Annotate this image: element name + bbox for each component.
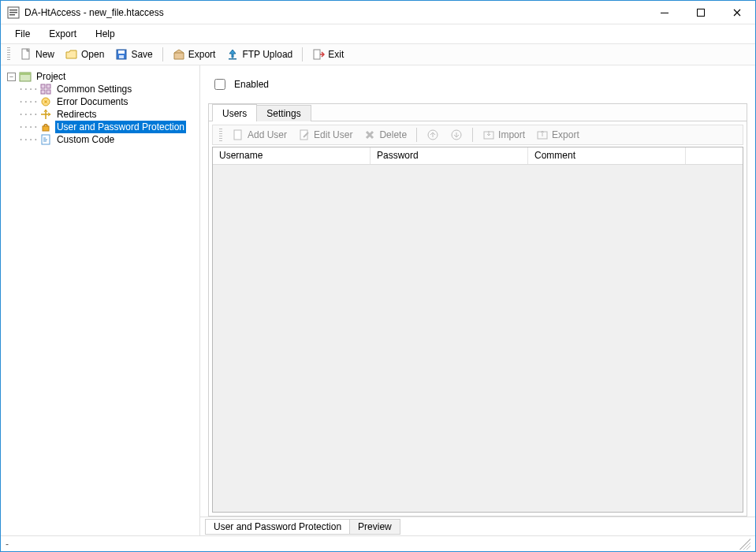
export-box-icon [173,48,185,61]
tree-item-error-documents[interactable]: ···· Error Documents [7,95,199,108]
svg-rect-2 [9,12,17,13]
toolbar-separator [302,47,303,62]
svg-rect-20 [43,126,49,131]
menu-file[interactable]: File [7,26,38,42]
export-button[interactable]: Export [168,47,221,62]
tree-item-common-settings[interactable]: ···· Common Settings [7,83,199,95]
ftp-upload-button[interactable]: FTP Upload [222,47,297,62]
save-label: Save [131,49,152,60]
tree-item-label: User and Password Protection [55,121,186,133]
tab-settings[interactable]: Settings [256,105,311,121]
tab-strip: Users Settings [209,104,747,121]
window-controls [646,1,755,24]
column-spacer [686,147,743,164]
exit-icon [312,48,325,61]
new-file-icon [20,48,32,61]
tree-item-label: Redirects [55,108,99,121]
open-label: Open [81,49,104,60]
save-icon [115,48,128,61]
tab-body: Add User Edit User Delete [209,121,747,516]
open-button[interactable]: Open [61,47,109,62]
import-button[interactable]: Import [478,127,530,143]
users-toolbar: Add User Edit User Delete [212,125,743,145]
export-label: Export [188,49,216,60]
app-icon [7,6,20,19]
move-up-button[interactable] [422,127,444,143]
resize-grip[interactable] [739,539,750,550]
column-comment[interactable]: Comment [528,147,686,164]
arrow-up-icon [426,129,439,141]
settings-grid-icon [39,83,52,95]
export-icon [536,129,549,141]
svg-rect-4 [661,13,668,13]
tree-root[interactable]: − Project [7,70,199,83]
toolbar-grip [7,47,10,62]
tree-item-label: Custom Code [55,133,116,146]
project-tree[interactable]: − Project ···· Common Settings ···· Erro… [1,65,200,535]
grid-body[interactable] [213,165,743,512]
redirect-icon [39,108,52,121]
status-text: - [6,539,9,550]
tab-preview[interactable]: Preview [349,519,400,535]
tab-users[interactable]: Users [212,104,257,121]
toolbar-grip [219,129,222,141]
svg-rect-1 [9,9,17,11]
enabled-checkbox-row[interactable]: Enabled [211,76,747,92]
tree-item-label: Error Documents [55,95,130,108]
tab-user-password-protection[interactable]: User and Password Protection [205,519,350,535]
svg-rect-16 [41,90,45,94]
menu-help[interactable]: Help [88,26,123,42]
tree-item-redirects[interactable]: ···· Redirects [7,108,199,121]
title-bar: DA-HtAccess - new_file.htaccess [1,1,755,24]
maximize-button[interactable] [683,1,719,24]
lock-icon [39,121,52,133]
export-users-button[interactable]: Export [531,127,584,143]
main-area: − Project ···· Common Settings ···· Erro… [1,65,755,535]
close-button[interactable] [719,1,755,24]
exit-button[interactable]: Exit [307,47,348,62]
users-settings-tabset: Users Settings Add User Edi [208,103,747,517]
upload-arrow-icon [226,48,239,61]
main-toolbar: New Open Save Export FTP Upload Exit [1,43,755,65]
delete-user-button[interactable]: Delete [359,127,412,143]
content-pane: Enabled Users Settings Add User [200,65,755,535]
move-down-button[interactable] [445,127,467,143]
tree-item-user-password-protection[interactable]: ···· User and Password Protection [7,121,199,133]
warning-icon [39,95,52,108]
svg-rect-14 [41,84,45,88]
enabled-label: Enabled [234,79,269,90]
import-icon [482,129,495,141]
column-password[interactable]: Password [371,147,528,164]
arrow-down-icon [450,129,463,141]
grid-header: Username Password Comment [213,147,743,165]
toolbar-separator [416,128,417,142]
edit-user-button[interactable]: Edit User [293,127,357,143]
svg-rect-15 [47,84,50,88]
minimize-button[interactable] [646,1,683,24]
new-button[interactable]: New [15,47,59,62]
window-title: DA-HtAccess - new_file.htaccess [24,7,646,18]
menu-bar: File Export Help [1,24,755,43]
code-file-icon [39,133,52,146]
tree-root-label: Project [35,70,67,83]
svg-rect-17 [47,90,50,94]
menu-export[interactable]: Export [41,26,84,42]
new-label: New [35,49,54,60]
column-username[interactable]: Username [213,147,371,164]
users-grid[interactable]: Username Password Comment [212,147,743,513]
bottom-tabs: User and Password Protection Preview [200,517,755,535]
svg-rect-3 [9,14,15,16]
save-button[interactable]: Save [110,47,157,62]
toolbar-separator [472,128,473,142]
svg-rect-11 [314,50,320,59]
enabled-checkbox[interactable] [214,79,225,90]
add-user-button[interactable]: Add User [227,127,292,143]
tree-item-custom-code[interactable]: ···· Custom Code [7,133,199,146]
open-folder-icon [65,48,78,61]
svg-rect-13 [20,73,31,75]
edit-file-icon [298,129,311,141]
collapse-icon[interactable]: − [7,73,16,81]
toolbar-separator [162,47,163,62]
svg-rect-8 [118,50,125,54]
app-window: DA-HtAccess - new_file.htaccess File Exp… [0,0,756,552]
